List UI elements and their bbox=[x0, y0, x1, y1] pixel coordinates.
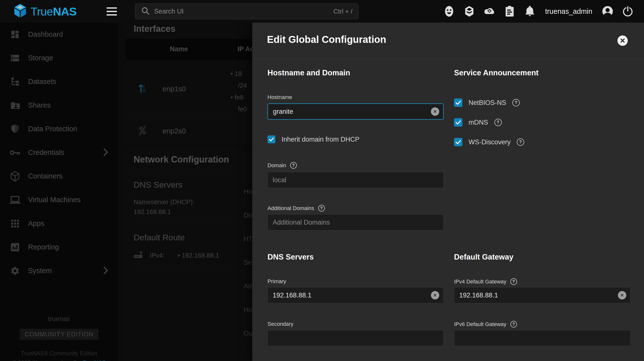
ipv4-gateway-label: IPv4 Default Gateway ? bbox=[454, 278, 517, 285]
wsdiscovery-checkbox[interactable] bbox=[454, 138, 462, 146]
modal-title: Edit Global Configuration bbox=[267, 34, 386, 45]
edit-global-configuration-modal: Edit Global Configuration ✕ Hostname and… bbox=[252, 23, 644, 361]
hostname-field-wrap: × bbox=[268, 103, 444, 120]
netbios-checkbox[interactable] bbox=[454, 99, 462, 107]
search-icon bbox=[141, 7, 150, 16]
search-shortcut: Ctrl + / bbox=[334, 8, 352, 15]
help-icon[interactable]: ? bbox=[510, 278, 517, 285]
mdns-row: mDNS ? bbox=[454, 118, 502, 127]
search-placeholder: Search UI bbox=[154, 8, 334, 15]
help-icon[interactable]: ? bbox=[318, 205, 325, 212]
top-bar: TrueNAS Search UI Ctrl + / truenas_admin bbox=[0, 0, 644, 23]
help-icon[interactable]: ? bbox=[517, 138, 524, 146]
truecommand-cloud-icon[interactable] bbox=[484, 5, 495, 18]
notifications-bell-icon[interactable] bbox=[524, 5, 536, 18]
modal-left-column: Hostname and Domain Hostname × Inherit d… bbox=[268, 59, 444, 361]
ipv6-gateway-label: IPv6 Default Gateway ? bbox=[454, 321, 517, 327]
ipv4-gateway-input[interactable] bbox=[454, 287, 631, 303]
domain-label: Domain ? bbox=[268, 162, 297, 169]
secondary-dns-input[interactable] bbox=[268, 330, 444, 346]
help-icon[interactable]: ? bbox=[494, 119, 502, 126]
inherit-domain-checkbox[interactable] bbox=[268, 135, 275, 143]
inherit-domain-label: Inherit domain from DHCP bbox=[282, 136, 360, 143]
clear-icon[interactable]: × bbox=[431, 107, 439, 116]
domain-field-wrap bbox=[268, 172, 444, 188]
default-gateway-heading: Default Gateway bbox=[454, 253, 513, 261]
ipv6-gateway-input[interactable] bbox=[454, 330, 631, 346]
domain-input[interactable] bbox=[268, 172, 444, 188]
dns-servers-heading: DNS Servers bbox=[268, 253, 314, 261]
mdns-checkbox[interactable] bbox=[454, 118, 462, 127]
close-icon[interactable]: ✕ bbox=[618, 36, 628, 46]
inherit-domain-row: Inherit domain from DHCP bbox=[268, 135, 360, 143]
help-icon[interactable]: ? bbox=[290, 162, 297, 169]
netbios-label: NetBIOS-NS bbox=[468, 99, 506, 107]
version-stack-icon[interactable] bbox=[463, 5, 475, 18]
help-icon[interactable]: ? bbox=[510, 321, 517, 327]
additional-domains-input[interactable] bbox=[268, 214, 444, 230]
topbar-actions: truenas_admin bbox=[443, 5, 634, 18]
ipv6-gateway-field-wrap bbox=[454, 330, 631, 346]
hostname-input[interactable] bbox=[268, 103, 444, 120]
account-avatar-icon[interactable] bbox=[602, 5, 614, 18]
power-icon[interactable] bbox=[622, 5, 634, 18]
truenas-logo[interactable]: TrueNAS bbox=[14, 4, 76, 19]
help-icon[interactable]: ? bbox=[512, 99, 520, 106]
wsdiscovery-label: WS-Discovery bbox=[468, 138, 510, 146]
menu-toggle-icon[interactable] bbox=[106, 8, 117, 16]
truenas-logo-icon bbox=[14, 4, 26, 19]
jobs-clipboard-icon[interactable] bbox=[504, 5, 516, 18]
primary-dns-label: Primary bbox=[268, 278, 286, 285]
username-text: truenas_admin bbox=[545, 8, 592, 16]
hostname-label: Hostname bbox=[268, 94, 292, 101]
mdns-label: mDNS bbox=[468, 119, 488, 126]
clear-icon[interactable]: × bbox=[618, 291, 626, 299]
feedback-smiley-icon[interactable] bbox=[443, 5, 455, 18]
modal-body: Hostname and Domain Hostname × Inherit d… bbox=[252, 59, 644, 361]
clear-icon[interactable]: × bbox=[431, 291, 439, 299]
ipv4-gateway-field-wrap: × bbox=[454, 287, 631, 303]
modal-right-column: Service Announcement NetBIOS-NS ? mDNS ? bbox=[454, 59, 631, 361]
additional-domains-label: Additional Domains ? bbox=[268, 205, 325, 212]
service-announcement-heading: Service Announcement bbox=[454, 69, 538, 77]
additional-domains-field-wrap bbox=[268, 214, 444, 230]
netbios-row: NetBIOS-NS ? bbox=[454, 99, 520, 107]
primary-dns-field-wrap: × bbox=[268, 287, 444, 303]
modal-header: Edit Global Configuration ✕ bbox=[252, 23, 644, 59]
wsdiscovery-row: WS-Discovery ? bbox=[454, 138, 524, 146]
secondary-dns-label: Secondary bbox=[268, 321, 293, 327]
search-input[interactable]: Search UI Ctrl + / bbox=[135, 4, 358, 19]
secondary-dns-field-wrap bbox=[268, 330, 444, 346]
truenas-logo-text: TrueNAS bbox=[30, 5, 76, 18]
primary-dns-input[interactable] bbox=[268, 287, 444, 303]
hostname-domain-heading: Hostname and Domain bbox=[268, 69, 350, 77]
